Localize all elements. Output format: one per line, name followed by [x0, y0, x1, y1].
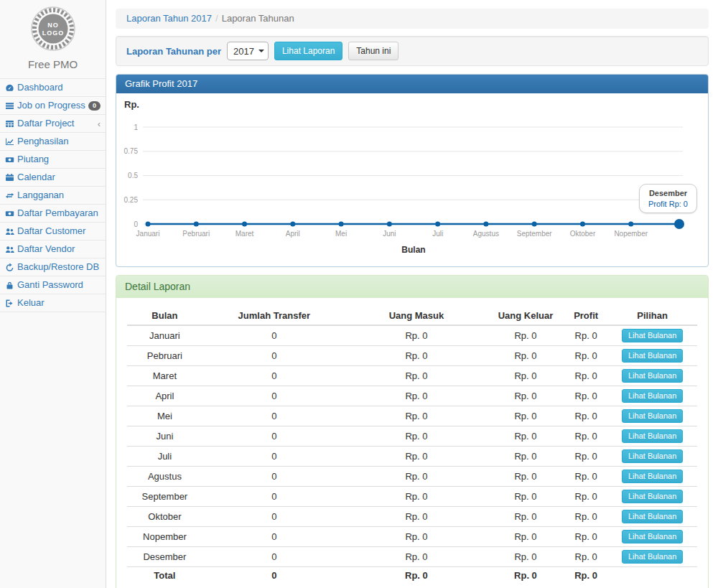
- cell-bulan: Desember: [127, 547, 202, 567]
- breadcrumb-link-laporan-tahun[interactable]: Laporan Tahun 2017: [126, 13, 212, 24]
- svg-text:Maret: Maret: [236, 230, 254, 238]
- cell-profit: Rp. 0: [564, 567, 607, 584]
- breadcrumb: Laporan Tahun 2017/Laporan Tahunan: [116, 9, 709, 29]
- svg-text:Januari: Januari: [136, 230, 160, 238]
- cell-profit: Rp. 0: [564, 346, 607, 366]
- cell-uang_masuk: Rp. 0: [346, 547, 487, 567]
- cell-uang_masuk: Rp. 0: [346, 447, 487, 467]
- users-icon: [5, 245, 17, 254]
- column-header-profit: Profit: [564, 307, 607, 325]
- year-select[interactable]: 2017: [227, 42, 269, 60]
- chevron-left-icon: ‹: [98, 119, 101, 129]
- cell-jumlah_transfer: 0: [202, 346, 346, 366]
- sidebar-item-daftar-pembayaran[interactable]: Daftar Pembayaran: [0, 205, 106, 223]
- cell-pilihan: [607, 567, 697, 584]
- cell-jumlah_transfer: 0: [202, 447, 346, 467]
- cell-profit: Rp. 0: [564, 487, 607, 507]
- money-icon: [5, 209, 17, 218]
- cell-pilihan: Lihat Bulanan: [607, 447, 697, 467]
- cell-bulan: Total: [127, 567, 202, 584]
- svg-text:April: April: [286, 230, 300, 238]
- cell-pilihan: Lihat Bulanan: [607, 386, 697, 406]
- sidebar-item-label: Keluar: [17, 297, 45, 309]
- sidebar-item-job-on-progress[interactable]: Job on Progress0: [0, 97, 106, 115]
- sidebar-item-label: Daftar Vendor: [17, 243, 75, 255]
- cell-uang_masuk: Rp. 0: [346, 325, 487, 346]
- sidebar-item-piutang[interactable]: Piutang: [0, 151, 106, 169]
- lock-icon: [5, 281, 17, 290]
- lihat-bulanan-button[interactable]: Lihat Bulanan: [622, 369, 683, 383]
- cell-bulan: September: [127, 487, 202, 507]
- tahun-ini-button[interactable]: Tahun ini: [348, 42, 398, 60]
- sidebar-item-calendar[interactable]: Calendar: [0, 169, 106, 187]
- cell-uang_masuk: Rp. 0: [346, 406, 487, 426]
- lihat-bulanan-button[interactable]: Lihat Bulanan: [622, 490, 683, 503]
- sidebar-item-daftar-vendor[interactable]: Daftar Vendor: [0, 241, 106, 258]
- lihat-bulanan-button[interactable]: Lihat Bulanan: [622, 429, 683, 443]
- sidebar-item-daftar-customer[interactable]: Daftar Customer: [0, 223, 106, 241]
- cell-uang_keluar: Rp. 0: [487, 567, 564, 584]
- sidebar-item-label: Ganti Password: [17, 279, 83, 291]
- cell-bulan: Oktober: [127, 507, 202, 527]
- sidebar-item-ganti-password[interactable]: Ganti Password: [0, 276, 106, 294]
- table-row: Nopember0Rp. 0Rp. 0Rp. 0Lihat Bulanan: [127, 527, 697, 547]
- lihat-laporan-button[interactable]: Lihat Laporan: [274, 42, 342, 60]
- lihat-bulanan-button[interactable]: Lihat Bulanan: [622, 329, 683, 342]
- cell-uang_keluar: Rp. 0: [487, 366, 564, 386]
- lihat-bulanan-button[interactable]: Lihat Bulanan: [622, 389, 683, 403]
- brand-name: Free PMO: [0, 58, 106, 70]
- cell-uang_keluar: Rp. 0: [487, 346, 564, 366]
- no-logo-icon: NO LOGO: [30, 6, 76, 52]
- detail-panel-title: Detail Laporan: [116, 276, 708, 298]
- cell-uang_keluar: Rp. 0: [487, 547, 564, 567]
- table-row: Desember0Rp. 0Rp. 0Rp. 0Lihat Bulanan: [127, 547, 697, 567]
- svg-text:1: 1: [134, 123, 138, 131]
- lihat-bulanan-button[interactable]: Lihat Bulanan: [622, 449, 683, 463]
- cell-jumlah_transfer: 0: [202, 547, 346, 567]
- sidebar-item-dashboard[interactable]: Dashboard: [0, 79, 106, 97]
- breadcrumb-current: Laporan Tahunan: [222, 13, 294, 24]
- svg-text:Mei: Mei: [335, 230, 347, 238]
- sidebar-item-backup-restore-db[interactable]: Backup/Restore DB: [0, 258, 106, 276]
- table-row: Maret0Rp. 0Rp. 0Rp. 0Lihat Bulanan: [127, 366, 697, 386]
- cell-bulan: Agustus: [127, 467, 202, 487]
- column-header-jumlah-transfer: Jumlah Transfer: [202, 307, 346, 325]
- sidebar-item-penghasilan[interactable]: Penghasilan: [0, 133, 106, 151]
- sidebar: NO LOGO Free PMO DashboardJob on Progres…: [0, 0, 106, 588]
- svg-text:Juni: Juni: [383, 230, 396, 238]
- cell-uang_masuk: Rp. 0: [346, 527, 487, 547]
- cell-jumlah_transfer: 0: [202, 527, 346, 547]
- cell-uang_keluar: Rp. 0: [487, 467, 564, 487]
- cell-pilihan: Lihat Bulanan: [607, 366, 697, 386]
- cell-pilihan: Lihat Bulanan: [607, 467, 697, 487]
- cell-uang_keluar: Rp. 0: [487, 426, 564, 447]
- chart-panel-title: Grafik Profit 2017: [116, 75, 708, 93]
- cell-uang_masuk: Rp. 0: [346, 567, 487, 584]
- sidebar-item-label: Job on Progress: [17, 100, 85, 111]
- lihat-bulanan-button[interactable]: Lihat Bulanan: [622, 470, 683, 483]
- cell-profit: Rp. 0: [564, 467, 607, 487]
- breadcrumb-separator: /: [215, 13, 218, 24]
- table-row: Oktober0Rp. 0Rp. 0Rp. 0Lihat Bulanan: [127, 507, 697, 527]
- cell-jumlah_transfer: 0: [202, 325, 346, 346]
- lihat-bulanan-button[interactable]: Lihat Bulanan: [622, 510, 683, 523]
- lihat-bulanan-button[interactable]: Lihat Bulanan: [622, 550, 683, 564]
- svg-text:Agustus: Agustus: [473, 230, 499, 238]
- sidebar-item-keluar[interactable]: Keluar: [0, 294, 106, 312]
- lihat-bulanan-button[interactable]: Lihat Bulanan: [622, 530, 683, 543]
- cell-pilihan: Lihat Bulanan: [607, 507, 697, 527]
- cell-jumlah_transfer: 0: [202, 467, 346, 487]
- cell-pilihan: Lihat Bulanan: [607, 426, 697, 447]
- table-row: Agustus0Rp. 0Rp. 0Rp. 0Lihat Bulanan: [127, 467, 697, 487]
- cell-profit: Rp. 0: [564, 547, 607, 567]
- cell-profit: Rp. 0: [564, 366, 607, 386]
- sidebar-item-langganan[interactable]: Langganan: [0, 187, 106, 205]
- cell-pilihan: Lihat Bulanan: [607, 487, 697, 507]
- sidebar-item-daftar-project[interactable]: Daftar Project‹: [0, 115, 106, 133]
- lihat-bulanan-button[interactable]: Lihat Bulanan: [622, 349, 683, 363]
- cell-profit: Rp. 0: [564, 406, 607, 426]
- lihat-bulanan-button[interactable]: Lihat Bulanan: [622, 409, 683, 423]
- cell-jumlah_transfer: 0: [202, 487, 346, 507]
- tooltip-value: Profit Rp: 0: [648, 200, 688, 208]
- sidebar-menu: DashboardJob on Progress0Daftar Project‹…: [0, 78, 106, 312]
